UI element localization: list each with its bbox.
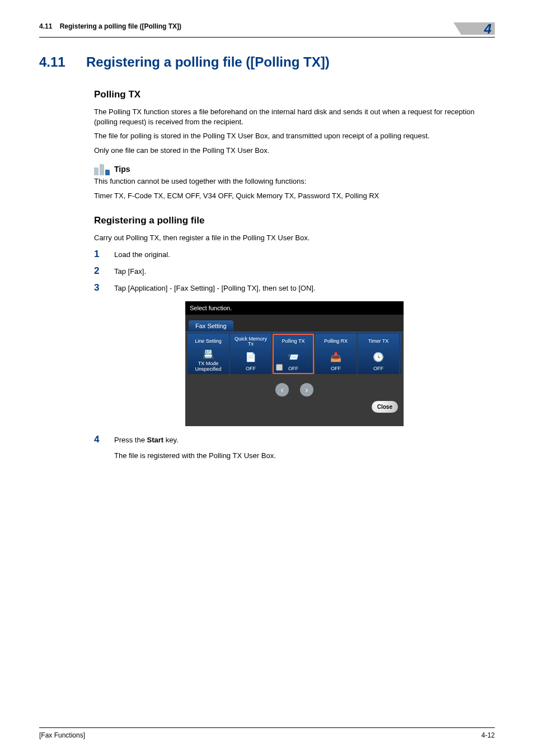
paragraph: The Polling TX function stores a file be… (94, 107, 495, 127)
next-button[interactable]: › (300, 383, 313, 396)
fax-setting-screenshot: Select function. Fax Setting Line Settin… (185, 301, 404, 426)
chevron-right-icon: › (306, 385, 308, 394)
page-title-text: Registering a polling file ([Polling TX]… (86, 54, 330, 70)
option-value: OFF (359, 366, 398, 373)
step-number: 4 (94, 434, 103, 445)
option-value: OFF (316, 366, 355, 373)
step-2: 2 Tap [Fax]. (94, 265, 495, 277)
footer-doc-title: [Fax Functions] (39, 731, 85, 739)
footer-rule (39, 727, 495, 728)
header-rule (39, 37, 495, 38)
option-title: Polling RX (316, 336, 355, 347)
subheading-polling-tx: Polling TX (94, 89, 495, 100)
chevron-left-icon: ‹ (281, 385, 284, 394)
step-4-sub: The file is registered with the Polling … (114, 451, 495, 460)
polling-rx-icon: 📥 (316, 351, 355, 363)
running-header: 4.11 Registering a polling file ([Pollin… (39, 22, 181, 30)
option-timer-tx[interactable]: Timer TX 🕓 OFF (358, 334, 399, 374)
option-line-setting[interactable]: Line Setting 📇 TX Mode Unspecified (188, 334, 229, 374)
option-polling-rx[interactable]: Polling RX 📥 OFF (315, 334, 357, 374)
page-footer: [Fax Functions] 4-12 (39, 727, 495, 739)
tips-icon (94, 163, 111, 175)
line-setting-icon: 📇 (189, 348, 228, 361)
memory-tx-icon: 📄 (231, 351, 270, 363)
option-value: TX Mode Unspecified (189, 361, 228, 374)
tips-label: Tips (114, 165, 130, 174)
option-title: Polling TX (274, 336, 313, 347)
page-title: 4.11 Registering a polling file ([Pollin… (39, 54, 495, 70)
timer-tx-icon: 🕓 (359, 351, 398, 363)
footer-page-number: 4-12 (481, 731, 495, 739)
header-section-number: 4.11 (39, 22, 52, 30)
prev-button[interactable]: ‹ (275, 383, 289, 396)
polling-tx-icon: 📨 (274, 351, 313, 363)
chapter-number: 4 (484, 21, 491, 37)
step-text-part: Press the (114, 436, 147, 444)
start-key-label: Start (147, 436, 164, 444)
paragraph: Only one file can be stored in the Polli… (94, 146, 495, 156)
option-title: Line Setting (189, 336, 228, 347)
step-number: 3 (94, 282, 103, 293)
header-section-title: Registering a polling file ([Polling TX]… (60, 22, 181, 30)
option-overflow-fragment (400, 334, 401, 374)
paragraph: The file for polling is stored in the Po… (94, 131, 495, 141)
step-text: Load the original. (114, 250, 170, 260)
step-3: 3 Tap [Application] - [Fax Setting] - [P… (94, 282, 495, 293)
page-title-number: 4.11 (39, 54, 71, 70)
option-quick-memory-tx[interactable]: Quick Memory Tx 📄 OFF (230, 334, 271, 374)
checkbox-icon[interactable] (276, 364, 283, 371)
paragraph: Carry out Polling TX, then register a fi… (94, 233, 495, 243)
tips-callout: Tips (94, 163, 495, 175)
tab-fax-setting[interactable]: Fax Setting (189, 320, 233, 332)
step-4: 4 Press the Start key. (94, 434, 495, 445)
chapter-badge: 4 (461, 22, 495, 35)
step-text: Tap [Fax]. (114, 267, 146, 277)
step-number: 1 (94, 249, 103, 260)
step-text: Press the Start key. (114, 435, 179, 445)
option-value: OFF (231, 366, 270, 373)
screenshot-prompt: Select function. (185, 301, 404, 315)
tips-text: This function cannot be used together wi… (94, 176, 495, 186)
tips-text: Timer TX, F-Code TX, ECM OFF, V34 OFF, Q… (94, 191, 495, 201)
step-1: 1 Load the original. (94, 249, 495, 260)
step-text: Tap [Application] - [Fax Setting] - [Pol… (114, 283, 316, 293)
close-button[interactable]: Close (372, 401, 398, 413)
subheading-registering: Registering a polling file (94, 215, 495, 226)
option-polling-tx[interactable]: Polling TX 📨 OFF (273, 334, 314, 374)
option-title: Quick Memory Tx (231, 336, 270, 347)
option-title: Timer TX (359, 336, 398, 347)
step-number: 2 (94, 265, 103, 277)
step-text-part: key. (163, 436, 179, 444)
